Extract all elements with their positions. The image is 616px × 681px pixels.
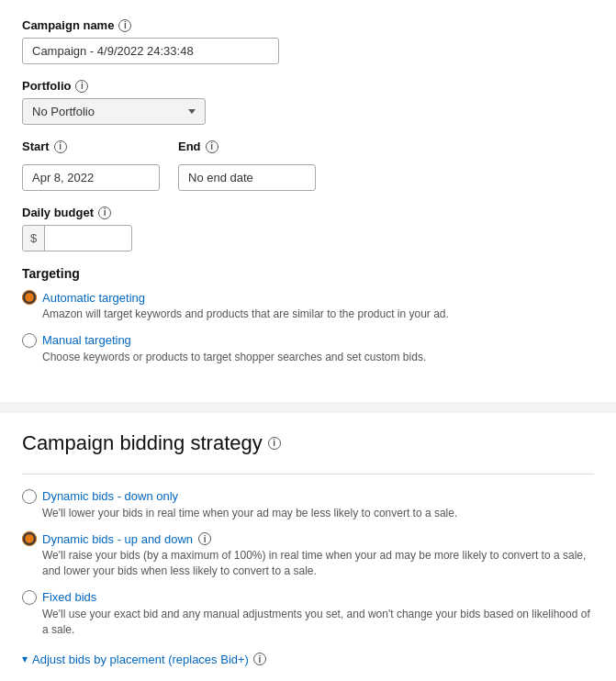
bidding-down-only-item: Dynamic bids - down only We'll lower you… <box>22 489 594 521</box>
bidding-up-down-item: Dynamic bids - up and down i We'll raise… <box>22 531 594 579</box>
targeting-group: Targeting Automatic targeting Amazon wil… <box>22 266 594 365</box>
down-only-radio[interactable] <box>22 489 37 504</box>
end-date-field: End i <box>178 140 316 191</box>
adjust-bids-row[interactable]: ▾ Adjust bids by placement (replaces Bid… <box>22 653 594 666</box>
budget-input-row: $ <box>22 225 132 251</box>
manual-targeting-label[interactable]: Manual targeting <box>42 333 131 347</box>
campaign-name-label: Campaign name i <box>22 18 594 32</box>
targeting-label: Targeting <box>22 266 594 281</box>
divider <box>22 474 594 474</box>
targeting-automatic-item: Automatic targeting Amazon will target k… <box>22 290 594 322</box>
manual-targeting-desc: Choose keywords or products to target sh… <box>42 350 594 365</box>
bidding-title-info-icon[interactable]: i <box>268 437 281 450</box>
campaign-section: Campaign name i Portfolio i No Portfolio… <box>0 0 616 402</box>
portfolio-info-icon[interactable]: i <box>75 80 88 93</box>
start-date-field: Start i <box>22 140 160 191</box>
targeting-manual-item: Manual targeting Choose keywords or prod… <box>22 333 594 365</box>
campaign-name-info-icon[interactable]: i <box>118 19 131 32</box>
start-info-icon[interactable]: i <box>54 140 67 153</box>
portfolio-select[interactable]: No Portfolio <box>22 98 206 125</box>
portfolio-label: Portfolio i <box>22 79 594 93</box>
up-down-label[interactable]: Dynamic bids - up and down <box>42 532 193 546</box>
end-label: End i <box>178 140 316 153</box>
portfolio-group: Portfolio i No Portfolio <box>22 79 594 125</box>
manual-targeting-radio[interactable] <box>22 333 37 348</box>
bidding-radio-group: Dynamic bids - down only We'll lower you… <box>22 489 594 638</box>
budget-prefix: $ <box>23 226 45 251</box>
end-date-input[interactable] <box>178 164 316 191</box>
fixed-label[interactable]: Fixed bids <box>42 590 96 604</box>
automatic-targeting-desc: Amazon will target keywords and products… <box>42 307 594 322</box>
daily-budget-label: Daily budget i <box>22 206 594 219</box>
campaign-name-input[interactable] <box>22 38 279 64</box>
end-info-icon[interactable]: i <box>206 140 218 153</box>
budget-input[interactable] <box>45 226 118 251</box>
fixed-desc: We'll use your exact bid and any manual … <box>42 607 594 638</box>
down-only-desc: We'll lower your bids in real time when … <box>42 506 594 521</box>
daily-budget-info-icon[interactable]: i <box>98 207 111 219</box>
fixed-radio[interactable] <box>22 590 37 605</box>
bidding-section-title: Campaign bidding strategy i <box>22 431 594 455</box>
bidding-fixed-item: Fixed bids We'll use your exact bid and … <box>22 590 594 638</box>
down-only-label[interactable]: Dynamic bids - down only <box>42 489 178 503</box>
up-down-info-icon[interactable]: i <box>198 532 211 545</box>
automatic-targeting-radio[interactable] <box>22 290 37 305</box>
adjust-bids-info-icon[interactable]: i <box>253 653 266 665</box>
chevron-down-icon: ▾ <box>22 653 28 665</box>
daily-budget-group: Daily budget i $ <box>22 206 594 251</box>
campaign-name-group: Campaign name i <box>22 18 594 64</box>
up-down-desc: We'll raise your bids (by a maximum of 1… <box>42 548 594 579</box>
up-down-radio[interactable] <box>22 531 37 546</box>
start-label: Start i <box>22 140 160 153</box>
start-date-input[interactable] <box>22 164 160 191</box>
bidding-section: Campaign bidding strategy i Dynamic bids… <box>0 413 616 681</box>
automatic-targeting-label[interactable]: Automatic targeting <box>42 291 145 305</box>
date-row: Start i End i <box>22 140 594 191</box>
targeting-radio-group: Automatic targeting Amazon will target k… <box>22 290 594 365</box>
adjust-bids-label[interactable]: Adjust bids by placement (replaces Bid+) <box>32 653 249 666</box>
